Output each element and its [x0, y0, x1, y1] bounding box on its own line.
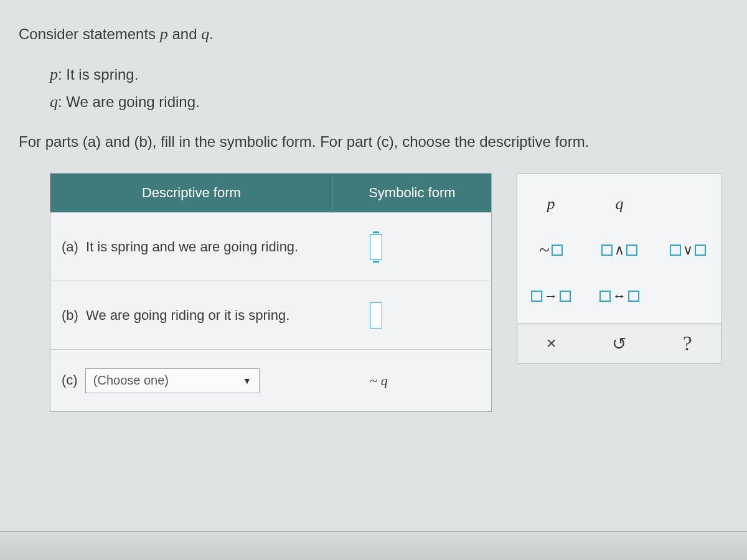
forms-table: Descriptive form Symbolic form (a) It is…	[50, 173, 492, 412]
row-b-text: We are going riding or it is spring.	[86, 307, 289, 323]
placeholder-box-icon	[599, 291, 611, 302]
palette-conditional-button[interactable]: →	[517, 273, 585, 319]
row-c-symbolic: ~ q	[332, 350, 491, 412]
row-c-tilde: ~	[370, 373, 380, 388]
close-icon: ×	[546, 334, 556, 353]
undo-button[interactable]: ↺	[585, 324, 653, 363]
placeholder-box-icon	[552, 245, 563, 256]
statement-definitions: p: It is spring. q: We are going riding.	[19, 61, 728, 116]
clear-button[interactable]: ×	[517, 324, 585, 363]
header-descriptive: Descriptive form	[50, 174, 333, 213]
palette-p-button[interactable]: p	[517, 181, 585, 227]
intro-prefix: Consider statements	[19, 26, 160, 42]
row-c-descriptive: (c) (Choose one) ▼	[50, 350, 333, 412]
palette-spacer-2	[654, 273, 722, 319]
intro-var-p: p	[160, 25, 168, 43]
def-q-text: : We are going riding.	[58, 93, 200, 110]
placeholder-box-icon	[531, 291, 542, 302]
row-c: (c) (Choose one) ▼ ~ q	[50, 350, 492, 412]
chevron-down-icon: ▼	[243, 376, 251, 386]
palette-grid: p q ~ ∧ ∨ → ↔	[517, 181, 721, 319]
row-c-label: (c)	[62, 372, 78, 388]
arrow-right-icon: →	[542, 288, 560, 304]
dropdown-placeholder: (Choose one)	[93, 373, 169, 388]
definition-q: q: We are going riding.	[50, 88, 728, 116]
palette-actions: × ↺ ?	[517, 323, 721, 363]
palette-and-button[interactable]: ∧	[585, 227, 654, 273]
placeholder-box-icon	[626, 245, 637, 256]
undo-icon: ↺	[612, 334, 626, 354]
placeholder-box-icon	[670, 245, 681, 256]
row-a-symbolic[interactable]	[332, 213, 491, 281]
row-b-label: (b)	[62, 307, 78, 323]
row-a: (a) It is spring and we are going riding…	[50, 213, 492, 281]
palette-biconditional-button[interactable]: ↔	[585, 273, 654, 319]
row-b-symbolic[interactable]	[332, 281, 491, 350]
bottom-bar	[0, 531, 747, 560]
question-page: Consider statements p and q. p: It is sp…	[0, 0, 747, 431]
placeholder-box-icon	[601, 245, 613, 256]
row-a-descriptive: (a) It is spring and we are going riding…	[50, 213, 333, 281]
or-icon: ∨	[681, 242, 695, 258]
row-a-text: It is spring and we are going riding.	[86, 239, 298, 254]
not-icon: ~	[539, 240, 549, 261]
palette-not-button[interactable]: ~	[517, 227, 585, 273]
intro-var-q: q	[201, 25, 209, 43]
descriptive-dropdown-c[interactable]: (Choose one) ▼	[85, 368, 260, 393]
and-icon: ∧	[613, 242, 626, 258]
intro-text: Consider statements p and q.	[19, 25, 728, 44]
palette-or-button[interactable]: ∨	[654, 227, 722, 273]
arrow-both-icon: ↔	[611, 288, 628, 304]
placeholder-box-icon	[560, 291, 571, 302]
def-p-text: : It is spring.	[58, 66, 138, 83]
symbolic-input-b[interactable]	[370, 302, 382, 329]
symbolic-input-a[interactable]	[370, 234, 382, 260]
help-icon: ?	[683, 332, 692, 355]
placeholder-box-icon	[695, 245, 706, 256]
row-b: (b) We are going riding or it is spring.	[50, 281, 492, 350]
row-a-label: (a)	[62, 239, 78, 254]
def-p-var: p	[50, 65, 58, 83]
definition-p: p: It is spring.	[50, 61, 728, 88]
row-b-descriptive: (b) We are going riding or it is spring.	[50, 281, 333, 350]
palette-spacer-1	[654, 181, 722, 227]
header-symbolic: Symbolic form	[332, 174, 491, 213]
row-c-var: q	[381, 373, 388, 388]
content-row: Descriptive form Symbolic form (a) It is…	[19, 173, 728, 412]
instructions-text: For parts (a) and (b), fill in the symbo…	[19, 133, 728, 151]
help-button[interactable]: ?	[654, 324, 721, 363]
placeholder-box-icon	[628, 291, 639, 302]
intro-mid: and	[168, 26, 201, 42]
def-q-var: q	[50, 93, 58, 111]
operator-palette: p q ~ ∧ ∨ → ↔	[517, 173, 722, 364]
intro-suffix: .	[209, 26, 214, 42]
palette-q-button[interactable]: q	[585, 181, 654, 227]
